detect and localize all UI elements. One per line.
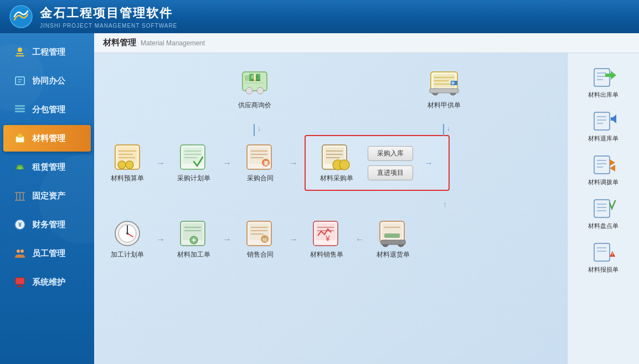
sidebar: 工程管理 协同办公 分包管理 材料管理 租赁管理: [0, 33, 94, 364]
arrow-contract-purchase: →: [282, 158, 305, 168]
svg-rect-67: [430, 89, 458, 93]
sidebar-label-system: 系统维护: [32, 277, 65, 288]
svg-point-56: [246, 87, 252, 94]
breadcrumb-en: Material Management: [141, 39, 205, 47]
svg-rect-11: [18, 134, 22, 137]
svg-point-98: [126, 232, 128, 235]
subcontract-icon: [12, 102, 28, 117]
svg-text:销: 销: [262, 237, 267, 242]
label-purchase-plan: 采购计划单: [177, 174, 210, 183]
svg-point-21: [20, 249, 24, 253]
header: 金石工程项目管理软件 JINSHI PROJECT MANAGEMENT SOF…: [0, 0, 639, 33]
label-material-return-out: 材料退货单: [377, 250, 410, 259]
node-material-sales[interactable]: ¥ 材料销售单: [305, 219, 349, 259]
svg-point-20: [17, 249, 20, 253]
sidebar-item-rental[interactable]: 租赁管理: [3, 154, 91, 180]
sidebar-label-subcontract: 分包管理: [32, 105, 65, 115]
flow-diagram: 💵 供应商询价: [105, 64, 628, 353]
node-sales-contract[interactable]: 销 销售合同: [238, 219, 282, 259]
svg-point-73: [118, 161, 126, 169]
svg-rect-121: [384, 233, 400, 238]
svg-rect-2: [17, 53, 23, 54]
arrow-order-sales: →: [216, 235, 238, 245]
svg-rect-13: [15, 192, 25, 193]
highlight-buttons: 采购入库 直进项目: [368, 146, 413, 180]
sidebar-item-staff[interactable]: 员工管理: [3, 240, 91, 267]
fixed-assets-icon: [12, 188, 28, 204]
sidebar-label-staff: 员工管理: [32, 248, 65, 259]
arrow-sales-material: →: [282, 235, 305, 245]
v-arrow-supply: ↓: [443, 124, 454, 132]
svg-point-74: [126, 161, 133, 169]
sidebar-item-subcontract[interactable]: 分包管理: [3, 96, 91, 123]
svg-text:¥: ¥: [325, 234, 330, 243]
arrow-purchase-out: →: [418, 158, 440, 168]
logo-icon: [9, 4, 33, 29]
sidebar-item-material[interactable]: 材料管理: [3, 125, 91, 152]
node-material-purchase[interactable]: 材料采购单: [315, 143, 359, 183]
label-processing-order: 材料加工单: [177, 250, 210, 259]
svg-rect-16: [23, 193, 24, 200]
v-line-supplier-row2: [254, 124, 255, 136]
label-sales-contract: 销售合同: [247, 250, 274, 259]
node-purchase-contract[interactable]: 签 采购合同: [238, 143, 282, 183]
sidebar-item-office[interactable]: 协同办公: [3, 67, 91, 94]
svg-point-64: [451, 81, 455, 85]
staff-icon: [12, 246, 28, 261]
svg-rect-17: [15, 200, 25, 201]
sidebar-label-rental: 租赁管理: [32, 162, 65, 173]
btn-direct-project[interactable]: 直进项目: [368, 165, 413, 180]
flow-row-bottom: 加工计划单 →: [105, 219, 415, 259]
label-material-supply: 材料甲供单: [427, 101, 461, 110]
header-titles: 金石工程项目管理软件 JINSHI PROJECT MANAGEMENT SOF…: [40, 5, 177, 29]
sidebar-item-finance[interactable]: ¥ 财务管理: [3, 211, 91, 238]
svg-point-1: [18, 48, 22, 52]
svg-rect-4: [16, 77, 24, 85]
sidebar-item-fixed-assets[interactable]: 固定资产: [3, 183, 91, 209]
v-arrow-supplier: ↓: [254, 124, 265, 132]
breadcrumb-cn: 材料管理: [103, 38, 136, 48]
material-icon: [12, 131, 28, 146]
label-material-budget: 材料预算单: [111, 174, 144, 183]
sidebar-label-office: 协同办公: [32, 76, 65, 86]
sidebar-label-material: 材料管理: [32, 133, 65, 144]
sidebar-label-fixed-assets: 固定资产: [32, 191, 65, 201]
svg-rect-69: [117, 147, 137, 163]
sidebar-label-finance: 财务管理: [32, 220, 65, 230]
header-title-en: JINSHI PROJECT MANAGEMENT SOFTWARE: [40, 23, 177, 29]
svg-rect-124: [381, 240, 405, 245]
header-title-cn: 金石工程项目管理软件: [40, 5, 177, 22]
svg-rect-54: [245, 75, 252, 81]
node-material-return-out[interactable]: 材料退货单: [371, 219, 415, 259]
svg-rect-14: [16, 193, 17, 200]
v-arrow-up: ↑: [443, 200, 447, 209]
node-supplier-price[interactable]: 💵 供应商询价: [238, 70, 271, 110]
node-processing-plan[interactable]: 加工计划单: [105, 219, 150, 259]
main-content: 材料管理 Material Management: [94, 33, 639, 364]
breadcrumb: 材料管理 Material Management: [94, 33, 639, 53]
svg-point-93: [339, 160, 349, 170]
svg-rect-7: [15, 105, 25, 107]
svg-rect-15: [19, 193, 20, 200]
svg-rect-8: [15, 108, 25, 110]
v-line-supply-row2: [443, 124, 444, 136]
svg-rect-22: [16, 278, 24, 284]
node-purchase-plan[interactable]: 采购计划单: [172, 143, 216, 183]
node-processing-order[interactable]: 材料加工单: [172, 219, 216, 259]
node-material-budget[interactable]: 材料预算单: [105, 143, 150, 183]
flow-row-main: 材料预算单 → 采购计划单: [105, 135, 450, 191]
btn-warehouse-in[interactable]: 采购入库: [368, 146, 413, 161]
svg-rect-3: [16, 55, 24, 56]
svg-text:¥: ¥: [18, 221, 22, 228]
sidebar-label-engineering: 工程管理: [32, 47, 65, 58]
node-material-supply[interactable]: 材料甲供单: [426, 70, 462, 110]
arrow-budget-plan: →: [150, 158, 172, 168]
sidebar-item-engineering[interactable]: 工程管理: [3, 39, 91, 65]
sidebar-item-system[interactable]: 系统维护: [3, 269, 91, 295]
rental-icon: [12, 159, 28, 175]
system-icon: [12, 274, 28, 290]
svg-rect-9: [15, 111, 25, 112]
office-icon: [12, 73, 28, 89]
label-purchase-contract: 采购合同: [247, 174, 274, 183]
engineering-icon: [12, 44, 28, 60]
